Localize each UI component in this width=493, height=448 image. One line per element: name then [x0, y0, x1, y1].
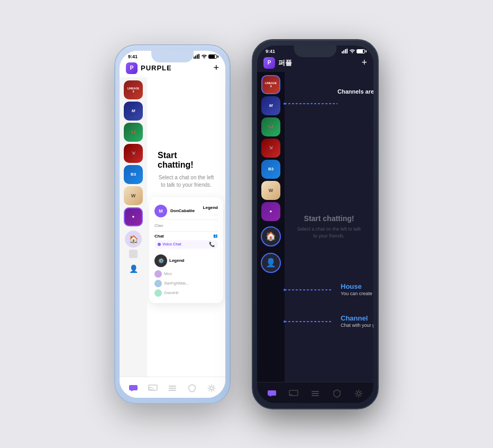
- member-item-2: StarFightMas...: [154, 279, 218, 288]
- add-button-light[interactable]: +: [213, 62, 219, 74]
- member-item-3: GraceHil: [154, 288, 218, 298]
- nav-cast-dark[interactable]: [288, 388, 299, 399]
- channels-annotation-line: [285, 93, 373, 120]
- svg-rect-10: [342, 51, 343, 53]
- chat-header: Chat 👥: [154, 234, 218, 239]
- member-name-1: Mico: [164, 272, 172, 276]
- start-title: Start chatting!: [158, 151, 215, 170]
- house-icon-light[interactable]: 🏠: [125, 231, 142, 248]
- channels-title-text: Channels are categorized by game title.: [337, 88, 373, 95]
- svg-rect-1: [195, 56, 196, 59]
- page-background: 9:41: [0, 0, 493, 448]
- svg-rect-20: [268, 390, 276, 396]
- house-button-dark[interactable]: 🏠: [261, 226, 281, 246]
- voice-dot: [158, 243, 161, 246]
- legend-game-avatar: ⚙️: [154, 254, 167, 267]
- start-subtitle-dark: Select a chat on the left to talkto your…: [297, 226, 361, 239]
- phone-light: 9:41: [114, 44, 231, 404]
- svg-rect-8: [169, 390, 176, 391]
- game-icon-purple-light[interactable]: ●: [124, 207, 143, 226]
- svg-rect-11: [343, 50, 344, 53]
- game-icon-w-dark[interactable]: W: [261, 181, 280, 200]
- game-icon-butterfly-dark[interactable]: 🦋: [261, 117, 280, 136]
- app-header-light: P PURPLE +: [120, 60, 225, 77]
- svg-rect-7: [169, 388, 176, 389]
- channel-button-dark[interactable]: 👤: [261, 253, 281, 273]
- game-icon-lineage-light[interactable]: LINEAGEⅡ: [124, 80, 143, 99]
- signal-icon-dark: [342, 49, 348, 53]
- start-title-dark: Start chatting!: [304, 214, 354, 223]
- house-annotation: House You can create multiple Channels f…: [285, 282, 373, 297]
- time-dark: 9:41: [266, 49, 275, 54]
- nav-shield-light[interactable]: [186, 382, 198, 394]
- svg-point-17: [284, 289, 286, 291]
- person-icon-light[interactable]: 👤: [125, 260, 142, 277]
- notch-dark: [294, 45, 336, 57]
- nav-cast-light[interactable]: [147, 382, 159, 394]
- battery-icon-dark: [357, 49, 365, 53]
- channel-title: Channel: [341, 314, 373, 322]
- voice-call-icon: 📞: [209, 242, 215, 247]
- member-avatar-3: [154, 289, 162, 297]
- dots-icon: ...: [214, 211, 218, 216]
- svg-rect-3: [198, 54, 199, 59]
- time-light: 9:41: [128, 54, 138, 59]
- sidebar-dark: LINEAGEⅡ M 🦋 ⚔️ B3 W ●: [257, 72, 285, 382]
- start-chatting: Start chatting! Select a chat on the lef…: [147, 77, 225, 377]
- svg-point-25: [357, 392, 360, 395]
- legend-header: Legend ...: [203, 205, 218, 216]
- legend-section: ⚙️ Legend: [154, 254, 218, 267]
- house-title: House: [341, 282, 373, 290]
- game-icon-purple-dark[interactable]: ●: [261, 202, 280, 221]
- channel-line: [285, 318, 337, 325]
- member-name-3: GraceHil: [164, 291, 178, 295]
- svg-rect-22: [312, 391, 319, 392]
- user-avatar-m: M: [154, 205, 167, 217]
- nav-chat-light[interactable]: [127, 382, 139, 394]
- game-icon-b3-light[interactable]: B3: [124, 165, 143, 184]
- svg-rect-12: [345, 49, 346, 53]
- voice-text: Voice Chat: [162, 242, 181, 246]
- house-text-container: House You can create multiple Channels f…: [341, 282, 373, 297]
- phones-container: 9:41: [93, 18, 400, 431]
- wifi-icon-dark: [350, 49, 355, 53]
- voice-chat-row[interactable]: Voice Chat 📞: [154, 240, 218, 249]
- nav-chat-dark[interactable]: [266, 388, 278, 399]
- signal-icon-light: [194, 54, 200, 59]
- svg-rect-5: [149, 385, 157, 390]
- game-icon-red-light[interactable]: ⚔️: [124, 144, 143, 163]
- nav-shield-dark[interactable]: [331, 388, 343, 399]
- game-icon-lineage-dark[interactable]: LINEAGEⅡ: [261, 75, 280, 94]
- game-icon-butterfly-light[interactable]: 🦋: [124, 123, 143, 142]
- legend-label: Legend: [203, 205, 218, 210]
- svg-rect-13: [346, 49, 348, 53]
- add-button-dark[interactable]: +: [361, 57, 367, 68]
- game-icon-red-dark[interactable]: ⚔️: [261, 139, 280, 158]
- header-left-dark: P 퍼플: [263, 57, 292, 69]
- nav-gear-light[interactable]: [206, 382, 217, 394]
- battery-icon-light: [208, 54, 217, 59]
- app-logo-dark: P: [263, 57, 275, 69]
- nav-list-dark[interactable]: [309, 388, 321, 399]
- channel-text-container: Channel Chat with your game friends quic…: [341, 314, 373, 329]
- sidebar-light: LINEAGEⅡ M 🦋 ⚔️ B3 W ● 🏠: [120, 77, 147, 377]
- svg-rect-21: [289, 390, 298, 396]
- game-icon-lineageM-light[interactable]: M: [124, 102, 143, 121]
- chat-section: Chat 👥 Voice Chat 📞: [154, 232, 218, 252]
- nav-gear-dark[interactable]: [353, 388, 364, 399]
- nav-list-light[interactable]: [167, 382, 178, 394]
- member-name-2: StarFightMas...: [164, 281, 189, 285]
- clan-row: Clan: [154, 220, 218, 232]
- member-list: Mico StarFightMas... GraceHil: [154, 269, 218, 298]
- user-info: DonCaballie: [170, 208, 200, 213]
- content-area-light: Start chatting! Select a chat on the lef…: [147, 77, 225, 377]
- game-icon-w-light[interactable]: W: [124, 186, 143, 205]
- clan-label: Clan: [154, 222, 163, 229]
- channel-circle-container: 👤: [261, 253, 281, 273]
- game-icon-b3-dark[interactable]: B3: [261, 160, 280, 179]
- member-avatar-1: [154, 270, 162, 278]
- app-body-dark: LINEAGEⅡ M 🦋 ⚔️ B3 W ●: [257, 72, 373, 382]
- channels-annotation-text: Channels are categorized by game title.: [337, 88, 373, 96]
- app-logo-light: P: [126, 62, 138, 74]
- game-icon-lineageM-dark[interactable]: M: [261, 96, 280, 115]
